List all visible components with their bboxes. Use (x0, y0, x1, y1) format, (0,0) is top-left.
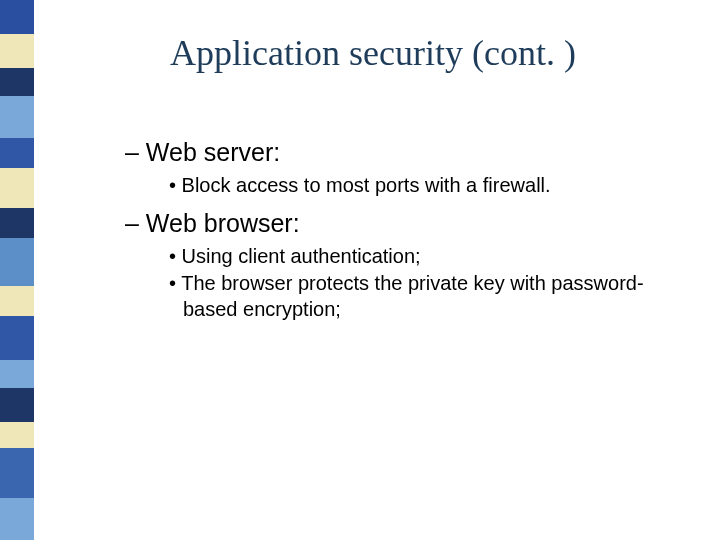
sidebar-segment (0, 96, 34, 138)
sidebar-segment (0, 422, 34, 448)
slide-title: Application security (cont. ) (170, 32, 576, 74)
sidebar-segment (0, 34, 34, 68)
slide-content: Web server: Block access to most ports w… (125, 130, 665, 332)
section-heading: Web browser: (125, 209, 665, 238)
sidebar-segment (0, 138, 34, 168)
sidebar-segment (0, 238, 34, 286)
bullet-item: The browser protects the private key wit… (169, 271, 665, 322)
sidebar-segment (0, 498, 34, 540)
section-heading: Web server: (125, 138, 665, 167)
sidebar-segment (0, 316, 34, 360)
bullet-item: Block access to most ports with a firewa… (169, 173, 665, 199)
bullet-group: Using client authentication; The browser… (169, 244, 665, 323)
bullet-group: Block access to most ports with a firewa… (169, 173, 665, 199)
sidebar-segment (0, 448, 34, 498)
sidebar-segment (0, 168, 34, 208)
decorative-sidebar (0, 0, 34, 540)
sidebar-segment (0, 360, 34, 388)
sidebar-segment (0, 388, 34, 422)
sidebar-segment (0, 0, 34, 34)
bullet-item: Using client authentication; (169, 244, 665, 270)
sidebar-segment (0, 208, 34, 238)
sidebar-segment (0, 286, 34, 316)
sidebar-segment (0, 68, 34, 96)
